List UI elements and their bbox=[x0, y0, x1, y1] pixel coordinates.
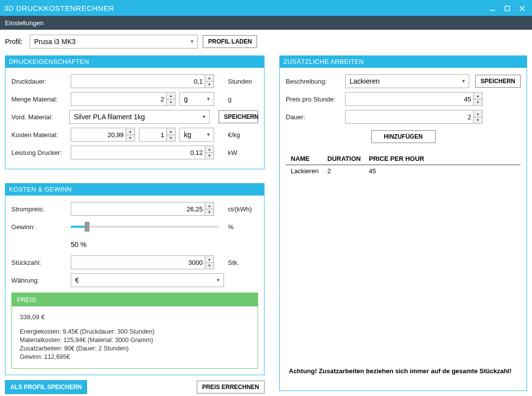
spin-down-icon[interactable]: ▼ bbox=[205, 153, 214, 159]
spin-up-icon[interactable]: ▲ bbox=[205, 202, 214, 209]
material-cost-unit: €/kg bbox=[228, 131, 240, 139]
spin-down-icon[interactable]: ▼ bbox=[205, 82, 214, 88]
material-cost-unit-select[interactable]: kg ▼ bbox=[179, 128, 214, 142]
minimize-icon[interactable] bbox=[489, 5, 495, 11]
spin-up-icon[interactable]: ▲ bbox=[167, 93, 175, 99]
maximize-icon[interactable] bbox=[504, 5, 510, 11]
power-price-input[interactable]: ▲▼ bbox=[71, 202, 214, 216]
currency-label: Währung: bbox=[11, 277, 71, 284]
printer-power-unit: kW bbox=[228, 149, 237, 156]
profile-label: Profil: bbox=[5, 38, 25, 46]
spin-down-icon[interactable]: ▼ bbox=[167, 99, 175, 106]
title-bar: 3D DRUCKKOSTENRECHNER bbox=[0, 0, 532, 16]
profile-select[interactable]: Prusa i3 MK3 ▼ bbox=[30, 35, 198, 49]
calculate-price-button[interactable]: PREIS ERRECHNEN bbox=[197, 381, 265, 394]
spin-up-icon[interactable]: ▲ bbox=[126, 128, 134, 135]
spin-up-icon[interactable]: ▲ bbox=[205, 256, 214, 263]
printer-power-label: Leistung Drucker: bbox=[11, 149, 71, 156]
svg-rect-1 bbox=[505, 6, 510, 11]
menu-settings[interactable]: Einstellungen bbox=[0, 16, 532, 30]
profit-label: Gewinn: bbox=[11, 223, 71, 231]
printer-power-input[interactable]: ▲▼ bbox=[71, 146, 214, 159]
table-row[interactable]: Lackieren 2 45 bbox=[286, 165, 521, 177]
price-total: 338,09 € bbox=[20, 313, 250, 321]
panel-title-extra: ZUSÄTZLICHE ARBEITEN bbox=[279, 55, 527, 68]
price-energy: Energiekosten: 9,45€ (Druckdauer: 300 St… bbox=[20, 328, 250, 336]
spin-up-icon[interactable]: ▲ bbox=[205, 75, 214, 82]
save-material-button[interactable]: SPEICHERN bbox=[219, 110, 258, 123]
chevron-down-icon: ▼ bbox=[206, 97, 211, 101]
save-extra-button[interactable]: SPEICHERN bbox=[475, 75, 521, 88]
panel-title-cost: KOSTEN & GEWINN bbox=[5, 183, 265, 196]
spin-down-icon[interactable]: ▼ bbox=[474, 99, 482, 106]
print-duration-label: Druckdauer: bbox=[11, 78, 71, 85]
th-duration: DURATION bbox=[327, 155, 362, 162]
material-cost-label: Kosten Material: bbox=[11, 131, 71, 139]
material-cost-amount-input[interactable]: ▲▼ bbox=[139, 128, 176, 142]
spin-down-icon[interactable]: ▼ bbox=[474, 117, 482, 124]
spin-down-icon[interactable]: ▼ bbox=[167, 135, 175, 142]
price-per-hour-input[interactable]: ▲▼ bbox=[345, 92, 483, 106]
description-select[interactable]: Lackieren ▼ bbox=[345, 74, 469, 88]
chevron-down-icon: ▼ bbox=[190, 39, 194, 44]
quantity-input[interactable]: ▲▼ bbox=[71, 255, 214, 269]
quantity-label: Stückzahl: bbox=[11, 259, 71, 266]
load-profile-button[interactable]: PROFIL LADEN bbox=[203, 35, 257, 48]
spin-up-icon[interactable]: ▲ bbox=[167, 128, 175, 135]
material-amount-unit-select[interactable]: g ▼ bbox=[179, 92, 214, 106]
panel-cost-profit: KOSTEN & GEWINN Strompreis: ▲▼ ct/(kWh) … bbox=[5, 183, 265, 375]
price-summary: PREIS 338,09 € Energiekosten: 9,45€ (Dru… bbox=[11, 293, 258, 369]
close-icon[interactable] bbox=[519, 5, 525, 11]
description-label: Beschreibung: bbox=[286, 78, 345, 85]
spin-up-icon[interactable]: ▲ bbox=[474, 93, 482, 99]
extra-table: NAME DURATION PRICE PER HOUR Lackieren 2… bbox=[286, 153, 521, 177]
material-preset-label: Vord. Material: bbox=[11, 113, 69, 121]
spin-up-icon[interactable]: ▲ bbox=[205, 146, 214, 153]
chevron-down-icon: ▼ bbox=[202, 114, 206, 119]
spin-up-icon[interactable]: ▲ bbox=[474, 110, 482, 117]
power-price-label: Strompreis: bbox=[11, 205, 71, 213]
print-duration-unit: Stunden bbox=[228, 78, 252, 85]
profile-row: Profil: Prusa i3 MK3 ▼ PROFIL LADEN bbox=[5, 35, 527, 49]
duration-input[interactable]: ▲▼ bbox=[345, 110, 483, 124]
cell-name: Lackieren bbox=[291, 167, 320, 175]
price-extra: Zusatzarbeiten: 90€ (Dauer: 2 Stunden) bbox=[20, 345, 250, 353]
material-cost-price-input[interactable]: ▲▼ bbox=[71, 128, 135, 142]
chevron-down-icon: ▼ bbox=[206, 132, 211, 137]
panel-title-props: DRUCKEIGENSCHAFTEN bbox=[5, 55, 265, 68]
spin-down-icon[interactable]: ▼ bbox=[126, 135, 134, 142]
panel-extra-work: ZUSÄTZLICHE ARBEITEN Beschreibung: Lacki… bbox=[279, 55, 527, 391]
add-extra-button[interactable]: HINZUFÜGEN bbox=[371, 130, 436, 143]
material-preset-select[interactable]: Silver PLA filament 1kg ▼ bbox=[69, 110, 210, 124]
window-title: 3D DRUCKKOSTENRECHNER bbox=[4, 4, 114, 12]
price-profit: Gewinn: 112,695€ bbox=[20, 353, 250, 361]
quantity-unit: Stk. bbox=[228, 259, 239, 266]
price-material: Materialkosten: 125,94€ (Material: 3000 … bbox=[20, 336, 250, 345]
price-per-hour-label: Preis pro Stunde: bbox=[286, 96, 345, 103]
currency-select[interactable]: € ▼ bbox=[71, 273, 224, 287]
save-as-profile-button[interactable]: ALS PROFIL SPEICHERN bbox=[5, 380, 87, 394]
spin-down-icon[interactable]: ▼ bbox=[205, 263, 214, 269]
cell-price: 45 bbox=[369, 167, 376, 175]
profit-percent-value: 50 % bbox=[71, 241, 87, 248]
chevron-down-icon: ▼ bbox=[461, 79, 466, 84]
extra-warning: Achtung! Zusatzarbeiten beziehen sich im… bbox=[286, 367, 521, 375]
material-amount-unit: g bbox=[228, 96, 231, 103]
th-name: NAME bbox=[291, 155, 320, 162]
chevron-down-icon: ▼ bbox=[216, 278, 221, 283]
material-amount-label: Menge Material: bbox=[11, 96, 71, 103]
duration-label: Dauer: bbox=[286, 113, 345, 121]
print-duration-input[interactable]: ▲▼ bbox=[71, 74, 214, 88]
profit-slider[interactable] bbox=[71, 226, 219, 228]
profile-select-value: Prusa i3 MK3 bbox=[34, 38, 76, 46]
price-summary-title: PREIS bbox=[12, 293, 258, 306]
profit-unit: % bbox=[228, 223, 234, 231]
th-price: PRICE PER HOUR bbox=[369, 155, 428, 162]
panel-print-properties: DRUCKEIGENSCHAFTEN Druckdauer: ▲▼ Stunde… bbox=[5, 55, 265, 169]
material-amount-input[interactable]: ▲▼ bbox=[71, 92, 176, 106]
power-price-unit: ct/(kWh) bbox=[228, 205, 252, 213]
spin-down-icon[interactable]: ▼ bbox=[205, 209, 214, 216]
cell-duration: 2 bbox=[327, 167, 362, 175]
